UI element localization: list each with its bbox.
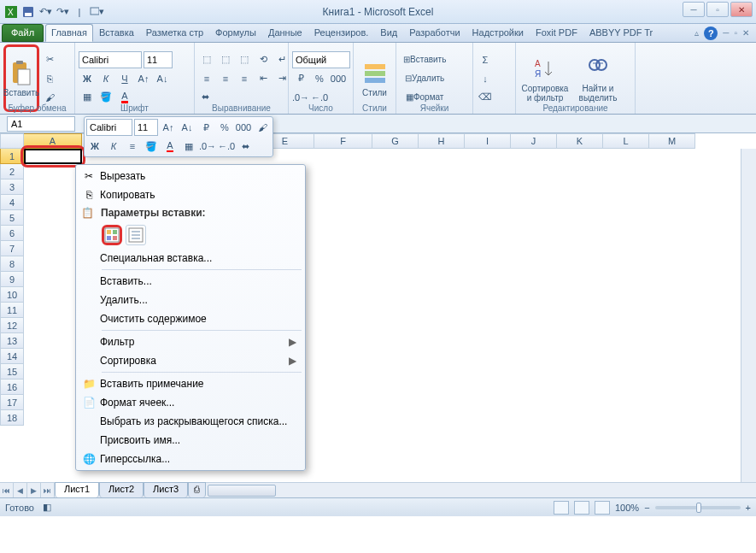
macro-record-icon[interactable]: ◧ — [43, 502, 51, 513]
tab-addins[interactable]: Надстройки — [466, 24, 530, 42]
paste-button[interactable]: Вставить — [3, 44, 39, 112]
zoom-level[interactable]: 100% — [615, 503, 639, 513]
align-bottom-icon[interactable]: ⬚ — [236, 51, 253, 68]
select-all-corner[interactable] — [0, 133, 24, 149]
view-pagebreak-icon[interactable] — [595, 501, 610, 515]
align-left-icon[interactable]: ≡ — [198, 70, 215, 87]
ctx-sort[interactable]: Сортировка▶ — [78, 351, 303, 370]
redo-icon[interactable]: ↷▾ — [55, 4, 70, 20]
mini-inc-decimal-icon[interactable]: .0→ — [199, 138, 216, 155]
column-header[interactable]: M — [649, 133, 695, 149]
align-top-icon[interactable]: ⬚ — [198, 51, 215, 68]
currency-icon[interactable]: ₽ — [292, 70, 309, 87]
mini-increase-font-icon[interactable]: A↑ — [160, 119, 177, 136]
align-right-icon[interactable]: ≡ — [236, 70, 253, 87]
tab-formulas[interactable]: Формулы — [209, 24, 262, 42]
ctx-delete[interactable]: Удалить... — [78, 291, 303, 309]
view-normal-icon[interactable] — [554, 501, 569, 515]
tab-view[interactable]: Вид — [374, 24, 403, 42]
minimize-ribbon-icon[interactable]: ▵ — [694, 28, 699, 38]
view-layout-icon[interactable] — [574, 501, 589, 515]
column-header[interactable]: I — [465, 133, 511, 149]
row-header[interactable]: 13 — [0, 333, 24, 349]
row-header[interactable]: 8 — [0, 256, 24, 272]
number-format-combo[interactable]: Общий — [292, 51, 350, 68]
ctx-define-name[interactable]: Присвоить имя... — [78, 431, 303, 450]
row-header[interactable]: 16 — [0, 379, 24, 395]
ctx-hyperlink[interactable]: 🌐Гиперссылка... — [78, 450, 303, 468]
maximize-button[interactable]: ▫ — [706, 2, 729, 17]
font-name-combo[interactable]: Calibri — [79, 51, 142, 68]
wrap-text-icon[interactable]: ↵ — [273, 51, 290, 68]
copy-icon[interactable]: ⎘ — [41, 70, 58, 87]
zoom-in-icon[interactable]: + — [746, 503, 751, 513]
align-middle-icon[interactable]: ⬚ — [217, 51, 234, 68]
mini-italic-icon[interactable]: К — [105, 138, 122, 155]
mini-decrease-font-icon[interactable]: A↓ — [179, 119, 196, 136]
tab-abbyy[interactable]: ABBYY PDF Tr — [583, 24, 659, 42]
row-header[interactable]: 3 — [0, 179, 24, 195]
underline-button[interactable]: Ч — [116, 70, 133, 87]
row-header[interactable]: 6 — [0, 226, 24, 241]
mini-percent-icon[interactable]: % — [216, 119, 233, 136]
tab-layout[interactable]: Разметка стр — [140, 24, 209, 42]
increase-indent-icon[interactable]: ⇥ — [273, 70, 290, 87]
mini-border-icon[interactable]: ▦ — [180, 138, 197, 155]
tab-review[interactable]: Рецензиров. — [308, 24, 375, 42]
mini-format-painter-icon[interactable]: 🖌 — [254, 119, 271, 136]
ctx-cut[interactable]: ✂Вырезать — [78, 167, 303, 185]
file-tab[interactable]: Файл — [2, 24, 44, 42]
row-header[interactable]: 4 — [0, 195, 24, 210]
ctx-comment[interactable]: 📁Вставить примечание — [78, 374, 303, 393]
excel-icon[interactable]: X — [3, 4, 19, 20]
workbook-close-icon[interactable]: ✕ — [742, 28, 749, 38]
column-header[interactable]: F — [314, 133, 372, 149]
mini-dec-decimal-icon[interactable]: ←.0 — [218, 138, 235, 155]
mini-font-color-icon[interactable]: A — [161, 138, 179, 155]
paste-option-all[interactable] — [102, 225, 122, 245]
column-header[interactable]: G — [372, 133, 419, 149]
mini-font-combo[interactable]: Calibri — [86, 119, 132, 136]
align-center-icon[interactable]: ≡ — [217, 70, 234, 87]
decrease-font-icon[interactable]: A↓ — [154, 70, 171, 87]
row-header[interactable]: 17 — [0, 395, 24, 410]
ctx-filter[interactable]: Фильтр▶ — [78, 332, 303, 351]
ctx-format-cells[interactable]: 📄Формат ячеек... — [78, 393, 303, 412]
horizontal-scrollbar[interactable] — [206, 483, 756, 497]
mini-bold-icon[interactable]: Ж — [86, 138, 103, 155]
row-header[interactable]: 9 — [0, 272, 24, 287]
cells-insert-button[interactable]: ⊞ Вставить — [400, 51, 449, 68]
row-header[interactable]: 5 — [0, 210, 24, 226]
help-icon[interactable]: ? — [704, 26, 718, 40]
sort-filter-button[interactable]: АЯ Сортировка и фильтр — [519, 44, 571, 112]
zoom-slider[interactable] — [655, 506, 741, 509]
tab-home[interactable]: Главная — [45, 24, 93, 42]
column-header[interactable]: J — [511, 133, 557, 149]
cells-delete-button[interactable]: ⊟ Удалить — [400, 70, 449, 87]
column-header[interactable]: K — [557, 133, 603, 149]
increase-font-icon[interactable]: A↑ — [135, 70, 152, 87]
percent-icon[interactable]: % — [311, 70, 328, 87]
font-size-combo[interactable]: 11 — [144, 51, 173, 68]
tab-foxit[interactable]: Foxit PDF — [530, 24, 583, 42]
bold-button[interactable]: Ж — [79, 70, 96, 87]
undo-icon[interactable]: ↶▾ — [38, 4, 53, 20]
styles-button[interactable]: Стили — [357, 44, 392, 112]
sheet-nav-last-icon[interactable]: ⏭ — [41, 483, 55, 497]
ctx-clear[interactable]: Очистить содержимое — [78, 309, 303, 328]
autosum-icon[interactable]: Σ — [477, 51, 494, 68]
zoom-out-icon[interactable]: − — [644, 503, 649, 513]
vertical-scrollbar[interactable] — [741, 149, 756, 482]
mini-comma-icon[interactable]: 000 — [235, 119, 252, 136]
paste-option-values[interactable] — [126, 225, 146, 245]
column-header[interactable]: H — [419, 133, 465, 149]
row-header[interactable]: 18 — [0, 410, 24, 426]
sheet-nav-prev-icon[interactable]: ◀ — [14, 483, 27, 497]
tab-data[interactable]: Данные — [262, 24, 308, 42]
sheet-tab-2[interactable]: Лист2 — [99, 482, 144, 497]
mini-size-combo[interactable]: 11 — [134, 119, 158, 136]
decrease-indent-icon[interactable]: ⇤ — [255, 70, 272, 87]
ctx-dropdown-list[interactable]: Выбрать из раскрывающегося списка... — [78, 412, 303, 431]
mini-currency-icon[interactable]: ₽ — [197, 119, 214, 136]
row-header[interactable]: 2 — [0, 164, 24, 179]
